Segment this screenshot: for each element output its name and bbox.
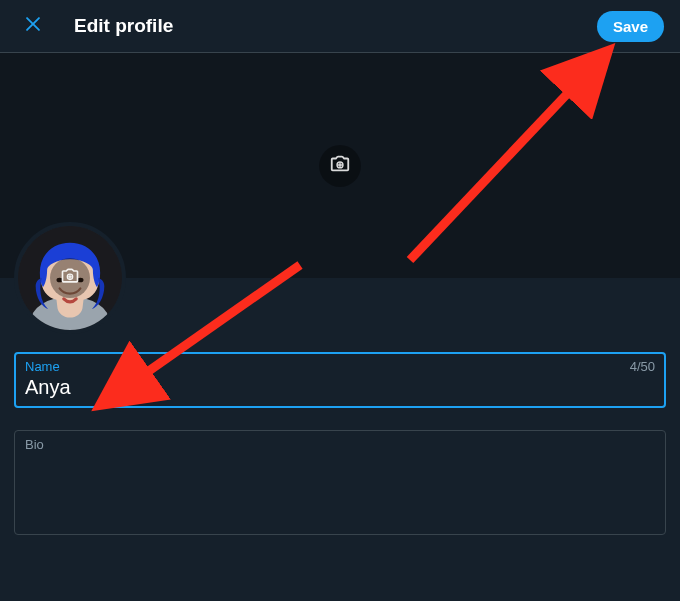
name-field[interactable]: Name 4/50 (14, 352, 666, 408)
name-char-counter: 4/50 (630, 359, 655, 374)
change-banner-button[interactable] (319, 145, 361, 187)
name-input[interactable] (25, 376, 655, 399)
save-button[interactable]: Save (597, 11, 664, 42)
name-label: Name (25, 359, 60, 374)
bio-label: Bio (25, 437, 44, 452)
camera-icon (329, 153, 351, 179)
bio-field-header: Bio (25, 437, 655, 452)
bio-input[interactable] (25, 452, 655, 522)
avatar (14, 222, 126, 334)
bio-field[interactable]: Bio (14, 430, 666, 535)
close-icon (22, 13, 44, 39)
camera-icon (60, 266, 80, 290)
modal-title: Edit profile (74, 15, 597, 37)
avatar-zone (0, 278, 680, 338)
change-avatar-button[interactable] (50, 258, 90, 298)
name-field-header: Name 4/50 (25, 359, 655, 374)
close-button[interactable] (16, 9, 50, 43)
form-area: Name 4/50 Bio (0, 338, 680, 535)
modal-header: Edit profile Save (0, 0, 680, 53)
